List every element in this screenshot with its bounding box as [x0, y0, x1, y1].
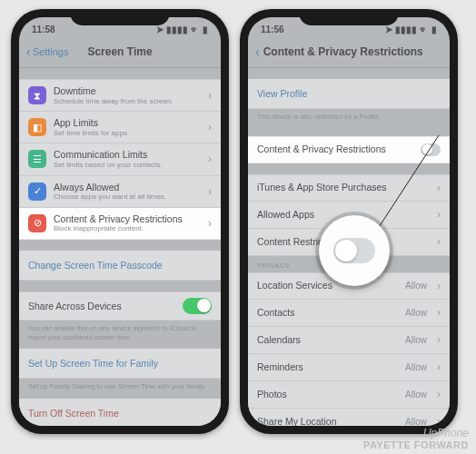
- row-sub: Set limits based on your contacts.: [54, 161, 201, 170]
- share-footer: You can enable this on any device signed…: [19, 321, 221, 346]
- row-label: Downtime: [54, 85, 201, 97]
- screen-left: 11:58 ➤ ▮▮▮▮ ᯤ ▮ ‹ Settings Screen Time …: [19, 17, 221, 426]
- link-turn-off[interactable]: Turn Off Screen Time: [19, 399, 221, 426]
- row-sub: Block inappropriate content.: [54, 224, 201, 233]
- nav-bar: ‹ Settings Screen Time: [19, 38, 221, 68]
- row-label: Content & Privacy Restrictions: [54, 213, 201, 225]
- battery-icon: ▮: [203, 25, 208, 35]
- signal-icon: ▮▮▮▮: [166, 25, 188, 35]
- row-label: Communication Limits: [54, 149, 201, 161]
- share-toggle[interactable]: [183, 298, 212, 314]
- row-label: Share Across Devices: [28, 301, 175, 312]
- hourglass-icon: ⧗: [28, 86, 46, 104]
- link-family[interactable]: Set Up Screen Time for Family: [19, 349, 221, 379]
- watermark-line1: UpPhone: [363, 428, 469, 439]
- row-label: App Limits: [54, 117, 201, 129]
- watermark-line2: PAYETTE FORWARD: [363, 439, 469, 450]
- chevron-right-icon: ›: [208, 185, 212, 198]
- chevron-right-icon: ›: [208, 121, 212, 133]
- phone-right: 11:56 ➤ ▮▮▮▮ ᯤ ▮ ‹ Content & Privacy Res…: [240, 9, 458, 434]
- svg-line-0: [371, 135, 439, 240]
- toggle-callout: [319, 215, 390, 286]
- phone-left: 11:58 ➤ ▮▮▮▮ ᯤ ▮ ‹ Settings Screen Time …: [11, 9, 229, 434]
- no-entry-icon: ⊘: [28, 214, 46, 232]
- row-label: Always Allowed: [54, 182, 201, 193]
- screen-right: 11:56 ➤ ▮▮▮▮ ᯤ ▮ ‹ Content & Privacy Res…: [248, 17, 450, 426]
- location-icon: ➤: [156, 25, 164, 35]
- row-always-allowed[interactable]: ✓ Always Allowed Choose apps you want at…: [19, 176, 221, 208]
- link-change-passcode[interactable]: Change Screen Time Passcode: [19, 251, 221, 281]
- row-sub: Choose apps you want at all times.: [54, 192, 201, 202]
- row-downtime[interactable]: ⧗ Downtime Schedule time away from the s…: [19, 79, 221, 112]
- family-footer: Set up Family Sharing to use Screen Time…: [19, 379, 221, 395]
- back-label: Settings: [33, 46, 69, 57]
- app-limits-icon: ◧: [28, 118, 46, 136]
- cpr-toggle-zoomed: [333, 238, 375, 263]
- chevron-right-icon: ›: [208, 217, 212, 230]
- communication-icon: ☰: [28, 150, 46, 168]
- chevron-left-icon: ‹: [26, 45, 31, 58]
- checkmark-icon: ✓: [28, 183, 46, 201]
- chevron-right-icon: ›: [208, 153, 212, 165]
- chevron-right-icon: ›: [208, 89, 212, 102]
- notch: [70, 9, 170, 25]
- wifi-icon: ᯤ: [191, 25, 200, 35]
- row-communication-limits[interactable]: ☰ Communication Limits Set limits based …: [19, 143, 221, 175]
- status-time: 11:58: [32, 25, 55, 35]
- row-app-limits[interactable]: ◧ App Limits Set time limits for apps. ›: [19, 112, 221, 143]
- back-button[interactable]: ‹ Settings: [26, 45, 68, 58]
- row-share-across-devices[interactable]: Share Across Devices: [19, 291, 221, 321]
- row-content-privacy[interactable]: ⊘ Content & Privacy Restrictions Block i…: [19, 208, 221, 240]
- row-sub: Set time limits for apps.: [54, 129, 201, 138]
- row-sub: Schedule time away from the screen.: [54, 97, 201, 106]
- watermark: UpPhone PAYETTE FORWARD: [363, 428, 469, 450]
